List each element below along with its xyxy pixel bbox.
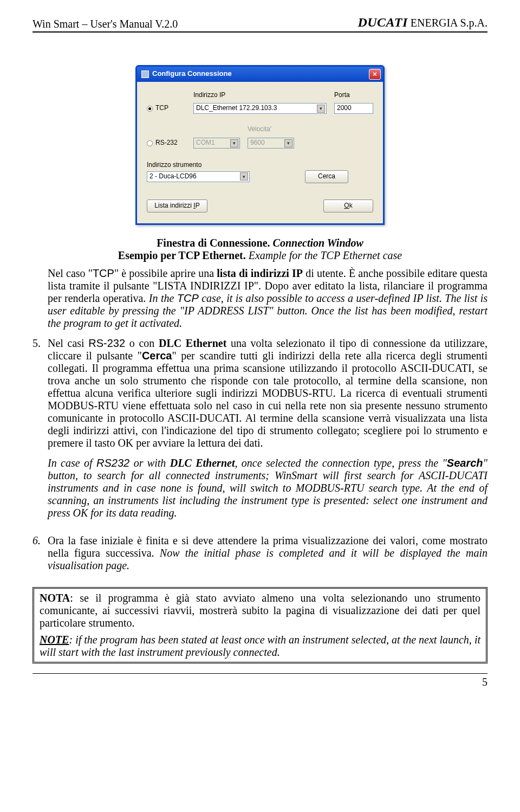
titlebar: Configura Connessione × [137,67,383,82]
ip-list-button[interactable]: Lista indirizzi IP [147,199,207,212]
ip-combo-value: DLC_Ethernet 172.29.103.3 [196,105,277,112]
chevron-down-icon: ▾ [284,139,292,147]
speed-combo: 9600 ▾ [248,138,294,149]
ip-label: Indirizzo IP [193,92,327,99]
header-left: Win Smart – User's Manual V.2.0 [32,18,178,30]
com-combo: COM1 ▾ [193,138,240,149]
item5-para-it: Nel casi RS-232 o con DLC Ethernet una v… [48,337,487,449]
close-icon[interactable]: × [369,69,381,80]
numbered-list: 5. Nel casi RS-232 o con DLC Ethernet un… [32,337,487,579]
speed-combo-value: 9600 [250,139,265,147]
list-item-5: 5. Nel casi RS-232 o con DLC Ethernet un… [32,337,487,527]
search-button[interactable]: Cerca [305,170,348,183]
chevron-down-icon: ▾ [230,139,238,147]
dialog-body: Indirizzo IP Porta TCP DLC_Ethernet 172.… [137,82,383,223]
dialog-wrapper: Configura Connessione × Indirizzo IP Por… [32,65,487,225]
footer-rule [32,673,487,674]
brand-ducati: DUCATI [358,15,407,29]
com-combo-value: COM1 [196,139,215,147]
note-box: NOTA: se il programma è già stato avviat… [32,587,487,663]
radio-rs232[interactable] [147,140,153,146]
ip-combo[interactable]: DLC_Ethernet 172.29.103.3 ▾ [193,103,327,114]
note-it: NOTA: se il programma è già stato avviat… [40,592,480,629]
instrument-combo[interactable]: 2 - Duca-LCD96 ▾ [147,171,250,182]
ok-button[interactable]: Ok [323,199,373,212]
brand-energia: ENERGIA S.p.A. [408,17,487,29]
window-icon [141,70,149,78]
intro-paragraph: Nel caso "TCP" è possibile aprire una li… [48,267,487,330]
radio-tcp-label: TCP [155,105,168,112]
header-rule [32,31,487,33]
list-item-6: 6. Ora la fase iniziale è finita e si de… [32,534,487,579]
instrument-label: Indirizzo strumento [147,162,373,169]
port-input[interactable]: 2000 [334,103,373,114]
item6-para: Ora la fase iniziale è finita e si deve … [48,534,487,572]
note-en: NOTE: if the program has been stated at … [40,634,480,659]
port-label: Porta [334,92,373,99]
ok-button-label: Ok [344,202,352,210]
ip-list-button-label: Lista indirizzi IP [154,202,199,210]
chevron-down-icon[interactable]: ▾ [240,172,248,181]
instrument-combo-value: 2 - Duca-LCD96 [150,173,197,181]
header-right: DUCATI ENERGIA S.p.A. [358,15,487,30]
chevron-down-icon[interactable]: ▾ [317,105,325,113]
port-input-value: 2000 [337,105,352,112]
speed-label: Velocita' [248,126,294,133]
radio-rs232-label: RS-232 [155,139,178,147]
radio-tcp[interactable] [147,106,153,112]
item5-para-en: In case of RS232 or with DLC Ethernet, o… [48,457,487,519]
connection-dialog: Configura Connessione × Indirizzo IP Por… [135,65,385,225]
titlebar-text: Configura Connessione [152,70,232,78]
page-header: Win Smart – User's Manual V.2.0 DUCATI E… [32,15,487,30]
page-number: 5 [32,676,487,688]
figure-caption: Finestra di Connessione. Connection Wind… [32,237,487,262]
